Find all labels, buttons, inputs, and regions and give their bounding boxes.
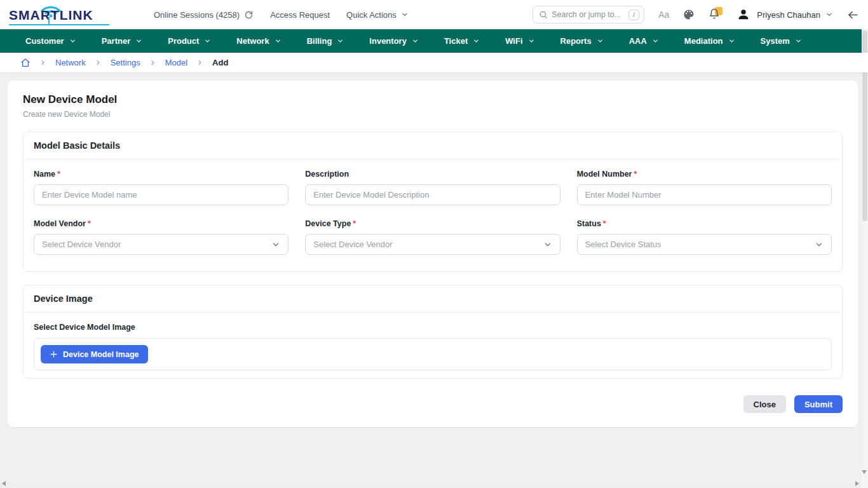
quick-actions-menu[interactable]: Quick Actions bbox=[346, 10, 409, 20]
submit-button[interactable]: Submit bbox=[794, 395, 843, 413]
chevron-down-icon bbox=[337, 37, 344, 44]
chevron-down-icon bbox=[795, 37, 802, 44]
scroll-down-arrow-icon[interactable] bbox=[862, 470, 867, 474]
field-label: Device Type bbox=[305, 219, 351, 228]
required-mark: * bbox=[57, 170, 60, 179]
logo-upline bbox=[48, 17, 50, 25]
user-avatar-icon bbox=[735, 6, 752, 23]
field-label: Description bbox=[305, 170, 349, 179]
chevron-down-icon bbox=[412, 37, 419, 44]
field-label: Status bbox=[577, 219, 601, 228]
home-icon[interactable] bbox=[20, 58, 31, 68]
required-mark: * bbox=[353, 219, 356, 228]
field-label: Model Number bbox=[577, 170, 632, 179]
search-icon bbox=[539, 10, 548, 19]
model-vendor-select[interactable]: Select Device Vendor bbox=[34, 234, 288, 255]
nav-item-product[interactable]: Product bbox=[168, 36, 211, 46]
user-name: Priyesh Chauhan bbox=[757, 10, 820, 20]
chevron-down-icon bbox=[271, 240, 280, 249]
nav-item-customer[interactable]: Customer bbox=[25, 36, 76, 46]
required-mark: * bbox=[88, 219, 91, 228]
app-viewport: SMARTLINK Online Sessions (4258) Access … bbox=[0, 0, 868, 488]
required-mark: * bbox=[634, 170, 637, 179]
scroll-left-arrow-icon[interactable] bbox=[2, 481, 6, 486]
plus-icon bbox=[50, 350, 58, 358]
device-image-upload-box: Device Model Image bbox=[34, 338, 832, 370]
device-model-image-button[interactable]: Device Model Image bbox=[41, 345, 148, 363]
new-device-model-panel: New Device Model Create new Device Model… bbox=[8, 81, 858, 427]
nav-item-mediation[interactable]: Mediation bbox=[684, 36, 735, 46]
main-navigation: Customer Partner Product Network Billing… bbox=[0, 29, 868, 53]
breadcrumb-current: Add bbox=[212, 58, 228, 67]
theme-palette-icon[interactable] bbox=[683, 9, 695, 20]
card-title: Device Image bbox=[24, 285, 842, 313]
logo-text: SMARTLINK bbox=[9, 8, 93, 23]
field-device-type: Device Type* Select Device Vendor bbox=[305, 219, 560, 255]
device-image-label: Select Device Model Image bbox=[34, 323, 838, 332]
vertical-scrollbar[interactable] bbox=[862, 29, 868, 488]
status-select[interactable]: Select Device Status bbox=[577, 234, 832, 255]
chevron-down-icon bbox=[815, 240, 824, 249]
chevron-down-icon bbox=[135, 37, 142, 44]
back-arrow-icon[interactable] bbox=[847, 9, 859, 21]
chevron-down-icon bbox=[543, 240, 552, 249]
device-type-select[interactable]: Select Device Vendor bbox=[305, 234, 560, 255]
field-description: Description bbox=[305, 170, 560, 205]
chevron-down-icon bbox=[473, 37, 480, 44]
model-basic-details-card: Model Basic Details Name* Description Mo… bbox=[23, 132, 843, 272]
nav-item-reports[interactable]: Reports bbox=[560, 36, 604, 46]
nav-item-billing[interactable]: Billing bbox=[307, 36, 344, 46]
nav-item-partner[interactable]: Partner bbox=[102, 36, 143, 46]
breadcrumb-separator-icon bbox=[196, 59, 203, 66]
breadcrumb-link-network[interactable]: Network bbox=[55, 58, 86, 67]
horizontal-scrollbar[interactable] bbox=[0, 480, 862, 488]
chevron-down-icon bbox=[204, 37, 211, 44]
field-label: Name bbox=[34, 170, 55, 179]
page-content: New Device Model Create new Device Model… bbox=[0, 72, 868, 427]
global-search[interactable]: / bbox=[532, 6, 644, 24]
page-subtitle: Create new Device Model bbox=[23, 110, 843, 119]
chevron-down-icon bbox=[597, 37, 604, 44]
breadcrumb-separator-icon bbox=[95, 59, 102, 66]
search-input[interactable] bbox=[552, 10, 625, 19]
font-size-toggle[interactable]: Aa bbox=[658, 10, 669, 20]
user-menu[interactable]: Priyesh Chauhan bbox=[735, 6, 833, 23]
nav-item-ticket[interactable]: Ticket bbox=[444, 36, 480, 46]
close-button[interactable]: Close bbox=[743, 395, 786, 413]
online-sessions-label: Online Sessions (4258) bbox=[154, 10, 240, 20]
logo-underline bbox=[9, 24, 109, 25]
field-name: Name* bbox=[34, 170, 288, 205]
nav-item-aaa[interactable]: AAA bbox=[629, 36, 659, 46]
search-shortcut-badge: / bbox=[628, 10, 639, 20]
device-image-card: Device Image Select Device Model Image D… bbox=[23, 285, 843, 379]
nav-item-inventory[interactable]: Inventory bbox=[369, 36, 419, 46]
breadcrumb-separator-icon bbox=[149, 59, 156, 66]
breadcrumb: Network Settings Model Add bbox=[0, 53, 868, 72]
online-sessions-link[interactable]: Online Sessions (4258) bbox=[154, 10, 254, 20]
breadcrumb-separator-icon bbox=[39, 59, 46, 66]
required-mark: * bbox=[603, 219, 606, 228]
field-model-number: Model Number* bbox=[577, 170, 832, 205]
quick-actions-label: Quick Actions bbox=[346, 10, 397, 20]
breadcrumb-link-settings[interactable]: Settings bbox=[111, 58, 140, 67]
chevron-down-icon bbox=[401, 11, 409, 18]
field-status: Status* Select Device Status bbox=[577, 219, 832, 255]
chevron-down-icon bbox=[728, 37, 735, 44]
access-request-link[interactable]: Access Request bbox=[270, 10, 330, 20]
chevron-down-icon bbox=[275, 37, 281, 44]
model-number-input[interactable] bbox=[577, 184, 832, 205]
nav-item-network[interactable]: Network bbox=[236, 36, 281, 46]
card-title: Model Basic Details bbox=[24, 132, 842, 159]
description-input[interactable] bbox=[305, 184, 560, 205]
field-model-vendor: Model Vendor* Select Device Vendor bbox=[34, 219, 288, 255]
scroll-right-arrow-icon[interactable] bbox=[855, 481, 859, 486]
smartlink-logo[interactable]: SMARTLINK bbox=[8, 2, 114, 27]
nav-item-system[interactable]: System bbox=[761, 36, 802, 46]
access-request-label: Access Request bbox=[270, 10, 330, 20]
chevron-down-icon bbox=[69, 37, 76, 44]
name-input[interactable] bbox=[34, 184, 288, 205]
breadcrumb-link-model[interactable]: Model bbox=[165, 58, 187, 67]
nav-item-wifi[interactable]: WiFi bbox=[505, 36, 534, 46]
notifications-bell-icon[interactable] bbox=[709, 8, 721, 21]
refresh-icon[interactable] bbox=[244, 10, 254, 20]
